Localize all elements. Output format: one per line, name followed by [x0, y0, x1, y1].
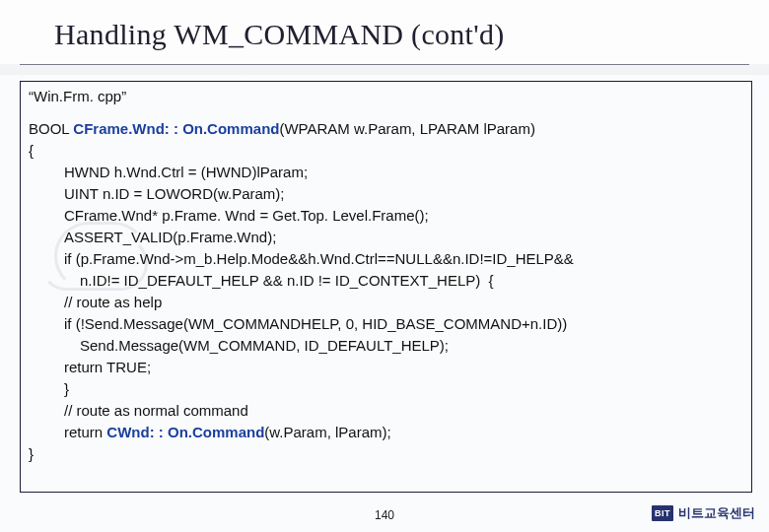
code-line: return CWnd: : On.Command(w.Param, lPara… [64, 424, 391, 440]
slide-title: Handling WM_COMMAND (cont'd) [54, 18, 505, 51]
code-line: Send.Message(WM_COMMAND, ID_DEFAULT_HELP… [80, 337, 449, 354]
footer-logo: BIT 비트교육센터 [652, 504, 755, 522]
page-number: 140 [375, 508, 394, 522]
code-line: HWND h.Wnd.Ctrl = (HWND)lParam; [64, 164, 308, 180]
code-line: } [64, 380, 69, 397]
code-line: return TRUE; [64, 359, 151, 375]
code-container: “Win.Frm. cpp” BOOL CFrame.Wnd: : On.Com… [20, 81, 752, 493]
code-identifier-highlight: CFrame.Wnd: : On.Command [73, 120, 279, 137]
code-line: // route as normal command [64, 402, 248, 419]
slide: Handling WM_COMMAND (cont'd) “Win.Frm. c… [0, 0, 769, 532]
code-text: return [64, 424, 106, 440]
code-text: BOOL [29, 120, 73, 137]
title-underline [20, 64, 749, 65]
code-line: ASSERT_VALID(p.Frame.Wnd); [64, 229, 276, 245]
code-line: n.ID!= ID_DEFAULT_HELP && n.ID != ID_CON… [80, 272, 494, 289]
code-line: { [29, 142, 34, 159]
code-line: UINT n.ID = LOWORD(w.Param); [64, 185, 285, 202]
code-text: (WPARAM w.Param, LPARAM lParam) [279, 120, 534, 137]
code-identifier-highlight: CWnd: : On.Command [106, 424, 264, 440]
code-line: BOOL CFrame.Wnd: : On.Command(WPARAM w.P… [29, 120, 535, 137]
footer-badge: BIT [652, 505, 673, 521]
code-line: if (p.Frame.Wnd->m_b.Help.Mode&&h.Wnd.Ct… [64, 250, 574, 267]
code-block: BOOL CFrame.Wnd: : On.Command(WPARAM w.P… [29, 118, 743, 465]
source-filename: “Win.Frm. cpp” [29, 88, 743, 104]
code-line: } [29, 445, 34, 462]
footer-label: 비트교육센터 [678, 504, 755, 522]
code-line: // route as help [64, 294, 162, 310]
code-line: CFrame.Wnd* p.Frame. Wnd = Get.Top. Leve… [64, 207, 429, 224]
code-line: if (!Send.Message(WM_COMMANDHELP, 0, HID… [64, 315, 567, 332]
code-text: (w.Param, lParam); [264, 424, 390, 440]
